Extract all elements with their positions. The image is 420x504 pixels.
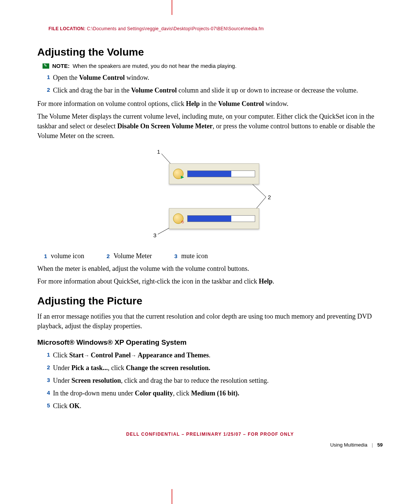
svg-line-1 — [250, 182, 266, 197]
picture-step-3: Under Screen resolution, click and drag … — [43, 376, 383, 385]
volume-step-2: Click and drag the bar in the Volume Con… — [43, 85, 383, 95]
volume-meter-bar — [187, 170, 255, 177]
picture-step-1: Click Start→ Control Panel→ Appearance a… — [43, 350, 383, 360]
volume-meter-figure: 1 2 3 ▶ ⦸ — [98, 148, 322, 245]
footer-section: Using Multimedia — [330, 442, 367, 448]
crop-mark-top — [172, 0, 172, 15]
picture-steps-list: Click Start→ Control Panel→ Appearance a… — [37, 350, 383, 411]
figure-legend: 1 volume icon 2 Volume Meter 3 mute icon — [44, 252, 383, 260]
picture-step-5: Click OK. — [43, 401, 383, 411]
page-footer: Using Multimedia | 59 — [37, 442, 383, 448]
note-icon — [43, 63, 49, 69]
callout-2: 2 — [268, 194, 271, 200]
picture-step-4: In the drop-down menu under Color qualit… — [43, 388, 383, 398]
callout-3: 3 — [153, 232, 156, 238]
heading-adjusting-picture: Adjusting the Picture — [37, 295, 383, 307]
document-page: FILE LOCATION: C:\Documents and Settings… — [0, 0, 420, 504]
volume-para-help: For more information on volume control o… — [37, 99, 383, 109]
confidential-banner: DELL CONFIDENTIAL – PRELIMINARY 1/25/07 … — [37, 432, 383, 437]
file-location-path: C:\Documents and Settings\reggie_davis\D… — [87, 26, 264, 31]
volume-para-meter: The Volume Meter displays the current vo… — [37, 112, 383, 141]
note-block: NOTE: When the speakers are muted, you d… — [43, 63, 383, 69]
callout-1: 1 — [157, 148, 160, 155]
file-location-label: FILE LOCATION: — [48, 26, 85, 31]
note-text: When the speakers are muted, you do not … — [73, 63, 236, 69]
volume-step-1: Open the Volume Control window. — [43, 73, 383, 82]
volume-steps-list: Open the Volume Control window. Click an… — [37, 73, 383, 95]
note-label: NOTE: — [52, 63, 70, 69]
legend-item-2: 2 Volume Meter — [107, 252, 152, 260]
legend-item-3: 3 mute icon — [174, 252, 208, 260]
subheading-win-xp: Microsoft® Windows® XP Operating System — [37, 338, 383, 347]
footer-page-number: 59 — [377, 442, 383, 448]
heading-adjusting-volume: Adjusting the Volume — [37, 46, 383, 58]
callout-lines — [98, 148, 322, 245]
footer-separator: | — [372, 442, 373, 448]
file-location-header: FILE LOCATION: C:\Documents and Settings… — [48, 26, 383, 31]
volume-para-quickset: For more information about QuickSet, rig… — [37, 276, 383, 286]
picture-para-intro: If an error message notifies you that th… — [37, 312, 383, 331]
mute-icon: ⦸ — [173, 213, 184, 224]
volume-para-enabled: When the meter is enabled, adjust the vo… — [37, 264, 383, 273]
crop-mark-bottom — [172, 489, 172, 504]
volume-meter-panel-muted: ⦸ — [169, 208, 259, 229]
volume-icon: ▶ — [173, 169, 184, 179]
volume-meter-bar-muted — [187, 215, 255, 222]
volume-meter-panel-unmuted: ▶ — [169, 163, 259, 184]
legend-item-1: 1 volume icon — [44, 252, 84, 260]
picture-step-2: Under Pick a task..., click Change the s… — [43, 363, 383, 373]
